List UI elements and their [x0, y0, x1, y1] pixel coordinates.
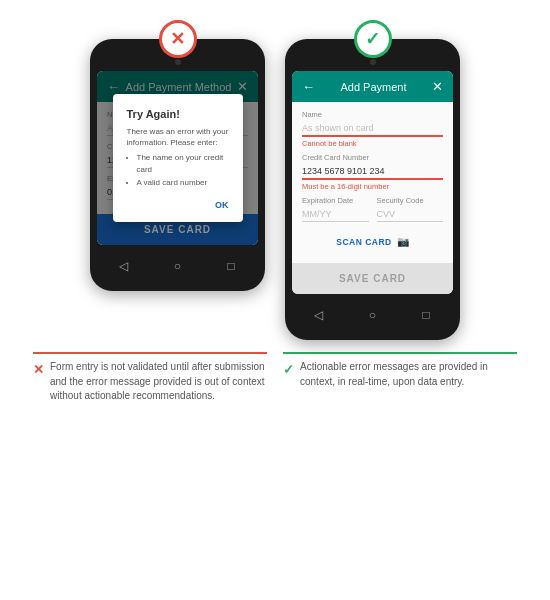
right-expiry-label: Expiration Date [302, 196, 369, 205]
dialog-overlay: Try Again! There was an error with your … [97, 71, 258, 245]
bottom-left: ✕ Form entry is not validated until afte… [25, 352, 275, 404]
good-description: Actionable error messages are provided i… [300, 360, 517, 389]
right-nav-home[interactable]: ○ [365, 308, 379, 322]
dialog-body: There was an error with your information… [127, 126, 229, 188]
left-phone-container: ✕ ← Add Payment Method ✕ Name As shown o… [90, 20, 265, 291]
right-expiry-col: Expiration Date MM/YY [302, 196, 369, 228]
left-nav-recent[interactable]: □ [224, 259, 238, 273]
phone-camera [175, 59, 181, 65]
right-security-input[interactable]: CVV [377, 207, 444, 222]
bad-description: Form entry is not validated until after … [50, 360, 267, 404]
right-name-error: Cannot be blank [302, 139, 443, 148]
right-app-header: ← Add Payment ✕ [292, 71, 453, 102]
bad-badge: ✕ [159, 20, 197, 58]
left-screen: ← Add Payment Method ✕ Name As shown on … [97, 71, 258, 245]
right-cc-error: Must be a 16-digit number [302, 182, 443, 191]
right-security-label: Security Code [377, 196, 444, 205]
dialog-item-1: The name on your credit card [137, 152, 229, 174]
right-header-title: Add Payment [315, 81, 432, 93]
right-name-input[interactable]: As shown on card [302, 121, 443, 137]
good-badge-icon: ✓ [365, 28, 380, 50]
right-phone-container: ✓ ← Add Payment ✕ Name As shown on card … [285, 20, 460, 340]
right-save-card-bar: SAVE CARD [292, 263, 453, 294]
left-nav-back[interactable]: ◁ [117, 259, 131, 273]
right-phone: ← Add Payment ✕ Name As shown on card Ca… [285, 39, 460, 340]
right-cc-input[interactable]: 1234 5678 9101 234 [302, 164, 443, 180]
dialog-item-2: A valid card number [137, 177, 229, 188]
dialog-ok-button[interactable]: OK [215, 200, 229, 210]
scan-card-icon: 📷 [397, 236, 409, 247]
right-save-card-label: SAVE CARD [339, 273, 406, 284]
right-exp-security-row: Expiration Date MM/YY Security Code CVV [302, 196, 443, 228]
left-nav-home[interactable]: ○ [170, 259, 184, 273]
bottom-section: ✕ Form entry is not validated until afte… [25, 352, 525, 404]
left-phone: ← Add Payment Method ✕ Name As shown on … [90, 39, 265, 291]
right-form-area: Name As shown on card Cannot be blank Cr… [292, 102, 453, 263]
right-nav-back[interactable]: ◁ [312, 308, 326, 322]
dialog-title: Try Again! [127, 108, 229, 120]
good-indicator-icon: ✓ [283, 361, 294, 380]
scan-card-row[interactable]: SCAN CARD 📷 [302, 236, 443, 247]
good-indicator: ✓ Actionable error messages are provided… [283, 360, 517, 389]
good-badge: ✓ [354, 20, 392, 58]
right-name-label: Name [302, 110, 443, 119]
right-back-icon[interactable]: ← [302, 79, 315, 94]
left-nav-bar: ◁ ○ □ [97, 251, 258, 281]
right-nav-recent[interactable]: □ [419, 308, 433, 322]
right-nav-bar: ◁ ○ □ [292, 300, 453, 330]
right-phone-camera [370, 59, 376, 65]
right-security-col: Security Code CVV [377, 196, 444, 228]
right-cc-label: Credit Card Number [302, 153, 443, 162]
try-again-dialog: Try Again! There was an error with your … [113, 94, 243, 222]
right-screen: ← Add Payment ✕ Name As shown on card Ca… [292, 71, 453, 294]
good-divider [283, 352, 517, 354]
bad-indicator: ✕ Form entry is not validated until afte… [33, 360, 267, 404]
bad-divider [33, 352, 267, 354]
right-close-icon[interactable]: ✕ [432, 79, 443, 94]
bottom-right: ✓ Actionable error messages are provided… [275, 352, 525, 404]
bad-indicator-icon: ✕ [33, 361, 44, 380]
comparison-layout: ✕ ← Add Payment Method ✕ Name As shown o… [90, 20, 460, 340]
right-expiry-input[interactable]: MM/YY [302, 207, 369, 222]
scan-card-label: SCAN CARD [336, 237, 392, 247]
bad-badge-icon: ✕ [170, 28, 185, 50]
dialog-ok-area: OK [127, 194, 229, 212]
